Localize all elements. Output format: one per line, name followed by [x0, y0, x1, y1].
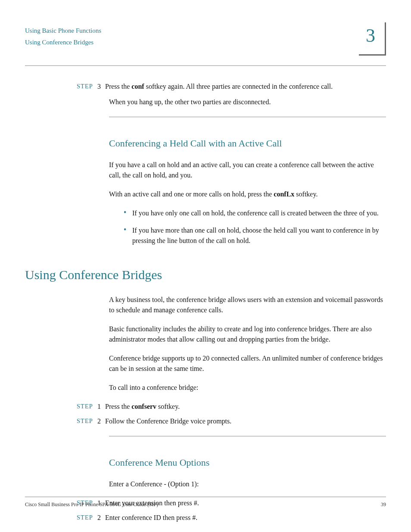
step-row: STEP 2 Follow the Conference Bridge voic… — [77, 416, 386, 426]
step-row: STEP 3 Press the conf softkey again. All… — [77, 81, 386, 92]
step-label: STEP — [77, 401, 97, 412]
section-heading: Conferencing a Held Call with an Active … — [109, 136, 386, 150]
page-content: STEP 3 Press the conf softkey again. All… — [25, 66, 386, 523]
step-number: 2 — [97, 513, 105, 523]
step-text: Follow the Conference Bridge voice promp… — [105, 416, 386, 426]
section-heading: Conference Menu Options — [109, 455, 386, 470]
list-item: If you have more than one call on hold, … — [124, 225, 386, 246]
list-item: If you have only one call on hold, the c… — [124, 208, 386, 218]
paragraph: When you hang up, the other two parties … — [109, 97, 386, 107]
paragraph: A key business tool, the conference brid… — [109, 295, 386, 315]
chapter-number: 3 — [359, 22, 385, 49]
paragraph: To call into a conference bridge: — [109, 383, 386, 393]
breadcrumb-line-1: Using Basic Phone Functions — [25, 25, 386, 37]
step-row: STEP 1 Press the confserv softkey. — [77, 401, 386, 412]
paragraph: With an active call and one or more call… — [109, 189, 386, 199]
step-number: 2 — [97, 416, 105, 426]
bullet-list: If you have only one call on hold, the c… — [124, 208, 386, 246]
section-rule — [109, 117, 386, 117]
paragraph: Enter a Conference - (Option 1): — [109, 479, 386, 489]
page-footer: Cisco Small Business Pro IP Phone SPA 50… — [25, 497, 386, 508]
chapter-box: 3 — [359, 22, 386, 56]
breadcrumb: Using Basic Phone Functions Using Confer… — [25, 25, 386, 48]
step-number: 3 — [97, 81, 105, 92]
step-label: STEP — [77, 81, 97, 92]
step-row: STEP 2 Enter conference ID then press #. — [77, 513, 386, 523]
step-label: STEP — [77, 416, 97, 426]
step-text: Press the conf softkey again. All three … — [105, 81, 386, 92]
section-rule — [109, 436, 386, 436]
step-text: Press the confserv softkey. — [105, 401, 386, 412]
breadcrumb-line-2: Using Conference Bridges — [25, 37, 386, 48]
step-label: STEP — [77, 513, 97, 523]
step-text: Enter conference ID then press #. — [105, 513, 386, 523]
page-number: 39 — [381, 501, 386, 508]
paragraph: If you have a call on hold and an active… — [109, 160, 386, 180]
page-header: Using Basic Phone Functions Using Confer… — [25, 25, 386, 65]
footer-title: Cisco Small Business Pro IP Phone SPA 50… — [25, 501, 158, 508]
paragraph: Conference bridge supports up to 20 conn… — [109, 353, 386, 374]
paragraph: Basic functionality includes the ability… — [109, 324, 386, 345]
step-number: 1 — [97, 401, 105, 412]
page-title: Using Conference Bridges — [25, 265, 386, 284]
